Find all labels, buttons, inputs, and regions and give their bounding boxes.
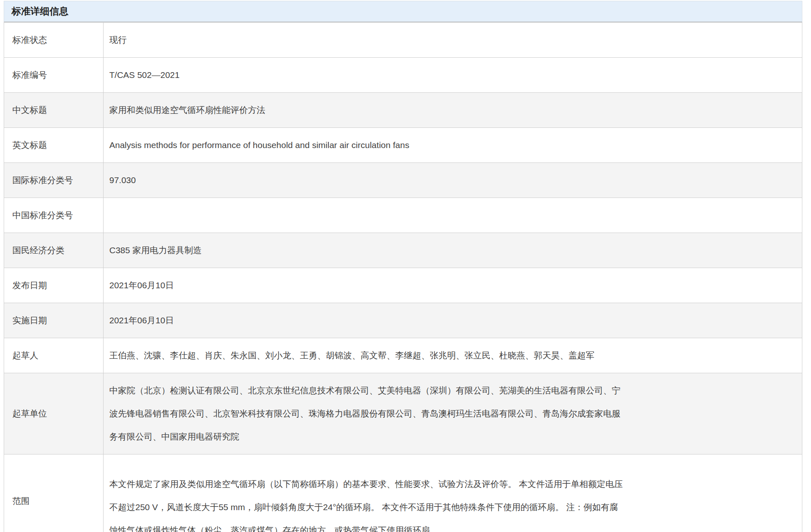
row-value: 2021年06月10日: [109, 309, 626, 332]
table-row-title-zh: 中文标题 家用和类似用途空气循环扇性能评价方法: [4, 93, 802, 128]
page-title: 标准详细信息: [12, 5, 68, 18]
row-label: 起草人: [4, 338, 104, 373]
row-label: 标准状态: [4, 23, 104, 58]
row-value: 97.030: [109, 169, 626, 192]
row-value: 王伯燕、沈骧、李仕超、肖庆、朱永国、刘小龙、王勇、胡锦波、高文帮、李继超、张兆明…: [109, 344, 626, 367]
row-label: 起草单位: [4, 373, 104, 454]
row-value: 现行: [109, 28, 626, 52]
table-row-scope: 范围 本文件规定了家用及类似用途空气循环扇（以下简称循环扇）的基本要求、性能要求…: [4, 454, 802, 532]
row-label: 中文标题: [4, 93, 104, 128]
row-label: 中国标准分类号: [4, 198, 104, 233]
table-row-publish-date: 发布日期 2021年06月10日: [4, 268, 802, 303]
row-value: 2021年06月10日: [109, 274, 626, 297]
standard-detail-panel: 标准详细信息 标准状态 现行 标准编号 T/CAS 502—2021 中文标题 …: [4, 1, 802, 532]
table-row-ccs: 中国标准分类号: [4, 198, 802, 233]
row-label: 范围: [4, 454, 104, 532]
standard-detail-table: 标准状态 现行 标准编号 T/CAS 502—2021 中文标题 家用和类似用途…: [4, 22, 802, 532]
row-label: 发布日期: [4, 268, 104, 303]
row-value: 中家院（北京）检测认证有限公司、北京京东世纪信息技术有限公司、艾美特电器（深圳）…: [109, 379, 626, 448]
table-row-number: 标准编号 T/CAS 502—2021: [4, 58, 802, 93]
table-row-title-en: 英文标题 Analysis methods for performance of…: [4, 128, 802, 163]
row-label: 国际标准分类号: [4, 163, 104, 198]
row-label: 实施日期: [4, 303, 104, 338]
row-value: 本文件规定了家用及类似用途空气循环扇（以下简称循环扇）的基本要求、性能要求、试验…: [109, 473, 626, 532]
row-label: 国民经济分类: [4, 233, 104, 268]
table-row-status: 标准状态 现行: [4, 23, 802, 58]
row-label: 英文标题: [4, 128, 104, 163]
row-value: T/CAS 502—2021: [109, 64, 626, 87]
table-row-economy-class: 国民经济分类 C385 家用电力器具制造: [4, 233, 802, 268]
table-row-draft-organizations: 起草单位 中家院（北京）检测认证有限公司、北京京东世纪信息技术有限公司、艾美特电…: [4, 373, 802, 454]
row-label: 标准编号: [4, 58, 104, 93]
row-value: Analysis methods for performance of hous…: [109, 134, 626, 157]
panel-header: 标准详细信息: [4, 1, 802, 22]
row-value: C385 家用电力器具制造: [109, 239, 626, 262]
table-row-drafters: 起草人 王伯燕、沈骧、李仕超、肖庆、朱永国、刘小龙、王勇、胡锦波、高文帮、李继超…: [4, 338, 802, 373]
table-row-implement-date: 实施日期 2021年06月10日: [4, 303, 802, 338]
table-row-ics: 国际标准分类号 97.030: [4, 163, 802, 198]
row-value: 家用和类似用途空气循环扇性能评价方法: [109, 99, 626, 122]
